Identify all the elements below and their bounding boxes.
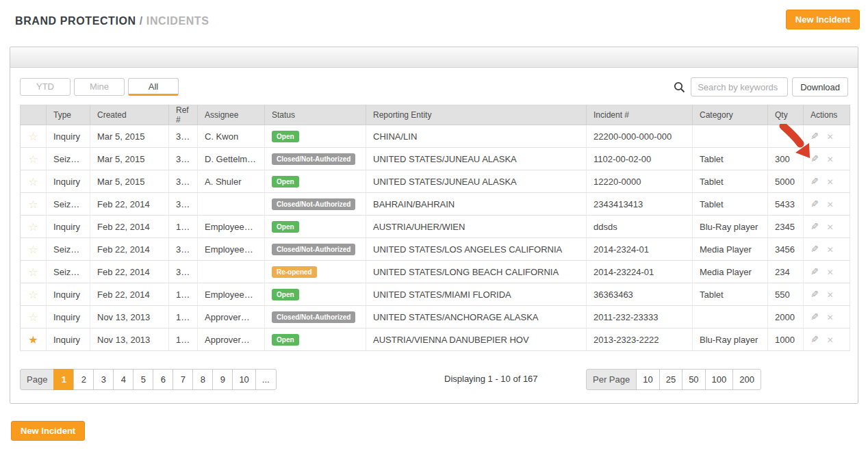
status-badge-open: Open xyxy=(272,221,299,233)
edit-icon[interactable]: ✎ xyxy=(810,311,819,322)
star-icon[interactable]: ☆ xyxy=(28,176,38,188)
qty-cell: 2000 xyxy=(768,306,804,328)
delete-icon[interactable]: ✕ xyxy=(827,313,834,322)
page-button-5[interactable]: 5 xyxy=(133,369,153,390)
incident-number-cell: 2011-232-23333 xyxy=(587,306,693,328)
tab-all[interactable]: All xyxy=(128,78,179,96)
incident-number-cell: 2014-23224-01 xyxy=(587,261,693,283)
page-label: Page xyxy=(20,369,54,390)
star-icon-filled[interactable]: ★ xyxy=(28,334,38,346)
star-icon[interactable]: ☆ xyxy=(28,153,38,165)
qty-cell: 550 xyxy=(768,283,804,306)
edit-icon[interactable]: ✎ xyxy=(810,289,819,300)
delete-icon[interactable]: ✕ xyxy=(827,245,834,255)
edit-icon[interactable]: ✎ xyxy=(810,266,819,277)
edit-icon[interactable]: ✎ xyxy=(810,334,819,345)
star-icon[interactable]: ☆ xyxy=(28,311,38,323)
edit-icon[interactable]: ✎ xyxy=(810,153,819,164)
actions-cell: ✎✕ xyxy=(804,238,850,261)
actions-cell: ✎✕ xyxy=(804,170,850,193)
category-cell: Tablet xyxy=(693,283,768,306)
created-cell: Mar 5, 2015 xyxy=(90,148,169,170)
type-cell: Seizure xyxy=(47,148,90,170)
delete-icon[interactable]: ✕ xyxy=(827,335,834,345)
actions-cell: ✎✕ xyxy=(804,306,850,328)
qty-cell: 1000 xyxy=(768,328,804,351)
tab-ytd[interactable]: YTD xyxy=(20,78,71,96)
assignee-cell: Employee… xyxy=(198,238,265,261)
status-badge-closed: Closed/Not-Authorized xyxy=(272,311,355,323)
edit-icon[interactable]: ✎ xyxy=(810,131,819,142)
per-page-option-100[interactable]: 100 xyxy=(705,369,734,390)
page-button-3[interactable]: 3 xyxy=(93,369,114,390)
created-cell: Feb 22, 2014 xyxy=(90,283,169,306)
ref-cell: 329 xyxy=(169,170,198,193)
delete-icon[interactable]: ✕ xyxy=(827,268,834,277)
delete-icon[interactable]: ✕ xyxy=(827,200,834,209)
actions-cell: ✎✕ xyxy=(804,125,850,148)
page-button-2[interactable]: 2 xyxy=(73,369,94,390)
delete-icon[interactable]: ✕ xyxy=(827,222,834,232)
star-icon[interactable]: ☆ xyxy=(28,289,38,300)
star-cell: ☆ xyxy=(21,148,47,170)
panel-body: YTDMineAll Download xyxy=(10,68,858,390)
delete-icon[interactable]: ✕ xyxy=(827,132,834,142)
category-cell: Tablet xyxy=(693,170,768,193)
display-summary: Displaying 1 - 10 of 167 xyxy=(444,374,538,384)
breadcrumb-secondary: INCIDENTS xyxy=(146,15,209,27)
reporting-entity-cell: UNITED STATES/JUNEAU ALASKA xyxy=(366,148,587,170)
per-page-option-25[interactable]: 25 xyxy=(659,369,682,390)
star-cell: ★ xyxy=(21,328,47,351)
breadcrumb: BRAND PROTECTION / INCIDENTS xyxy=(15,15,209,27)
edit-icon[interactable]: ✎ xyxy=(810,198,819,209)
category-cell: Blu-Ray player xyxy=(693,328,768,351)
star-icon[interactable]: ☆ xyxy=(28,244,38,255)
edit-icon[interactable]: ✎ xyxy=(810,176,819,187)
delete-icon[interactable]: ✕ xyxy=(827,155,834,164)
type-cell: Inquiry xyxy=(47,216,90,238)
reporting-entity-cell: AUSTRIA/UHER/WIEN xyxy=(366,216,587,238)
incident-number-cell: ddsds xyxy=(587,216,693,238)
star-icon[interactable]: ☆ xyxy=(28,131,38,142)
page-button-8[interactable]: 8 xyxy=(192,369,213,390)
star-icon[interactable]: ☆ xyxy=(28,221,38,233)
actions-cell: ✎✕ xyxy=(804,216,850,238)
table-row: ☆InquiryMar 5, 2015329A. ShulerOpenUNITE… xyxy=(21,170,850,193)
status-cell: Closed/Not-Authorized xyxy=(265,148,366,170)
reporting-entity-cell: AUSTRIA/VIENNA DANUBEPIER HOV xyxy=(366,328,587,351)
page-button-7[interactable]: 7 xyxy=(173,369,193,390)
edit-icon[interactable]: ✎ xyxy=(810,221,819,232)
category-cell xyxy=(693,125,768,148)
download-button[interactable]: Download xyxy=(792,77,848,96)
page-button-6[interactable]: 6 xyxy=(153,369,173,390)
page-button-9[interactable]: 9 xyxy=(212,369,233,390)
page-button-10[interactable]: 10 xyxy=(232,369,255,390)
page-button-4[interactable]: 4 xyxy=(113,369,133,390)
page-button-1[interactable]: 1 xyxy=(53,369,74,390)
delete-icon[interactable]: ✕ xyxy=(827,177,834,187)
per-page-option-200[interactable]: 200 xyxy=(732,369,761,390)
search-icon xyxy=(674,81,685,93)
star-icon[interactable]: ☆ xyxy=(28,198,38,210)
column-header xyxy=(21,105,47,125)
star-icon[interactable]: ☆ xyxy=(28,266,38,278)
delete-icon[interactable]: ✕ xyxy=(827,290,834,300)
table-row: ☆SeizureFeb 22, 2014328Closed/Not-Author… xyxy=(21,193,850,216)
new-incident-button-top[interactable]: New Incident xyxy=(786,10,860,29)
table-row: ☆SeizureFeb 22, 2014326Re-openedUNITED S… xyxy=(21,261,850,283)
category-cell: Blu-Ray player xyxy=(693,216,768,238)
actions-cell: ✎✕ xyxy=(804,328,850,351)
qty-cell: 300 xyxy=(768,148,804,170)
per-page-option-50[interactable]: 50 xyxy=(682,369,705,390)
edit-icon[interactable]: ✎ xyxy=(810,244,819,255)
search-input[interactable] xyxy=(691,77,788,96)
page-button-...[interactable]: ... xyxy=(255,369,277,390)
reporting-entity-cell: CHINA/LIN xyxy=(366,125,587,148)
new-incident-button-bottom[interactable]: New Incident xyxy=(11,421,85,441)
per-page-option-10[interactable]: 10 xyxy=(636,369,659,390)
column-header: Actions xyxy=(804,105,850,125)
assignee-cell xyxy=(198,193,265,216)
status-cell: Open xyxy=(265,328,366,351)
tab-mine[interactable]: Mine xyxy=(74,78,125,96)
ref-cell: 169 xyxy=(169,216,198,238)
